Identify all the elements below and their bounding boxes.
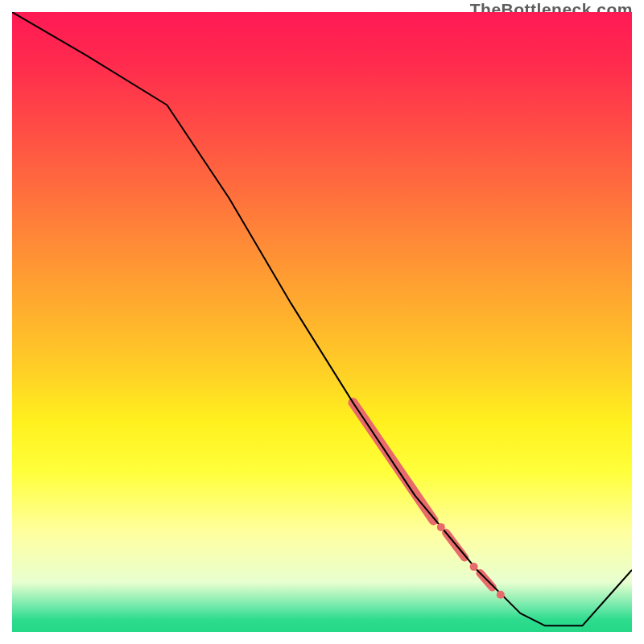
highlight-dot [497, 591, 505, 599]
bottleneck-curve [12, 12, 632, 625]
chart-container: TheBottleneck.com [0, 0, 644, 644]
highlight-layer [353, 402, 493, 587]
chart-svg [12, 12, 632, 632]
highlight-dot [437, 523, 445, 531]
plot-area [12, 12, 632, 632]
line-layer [12, 12, 632, 625]
highlight-dot [470, 563, 478, 571]
